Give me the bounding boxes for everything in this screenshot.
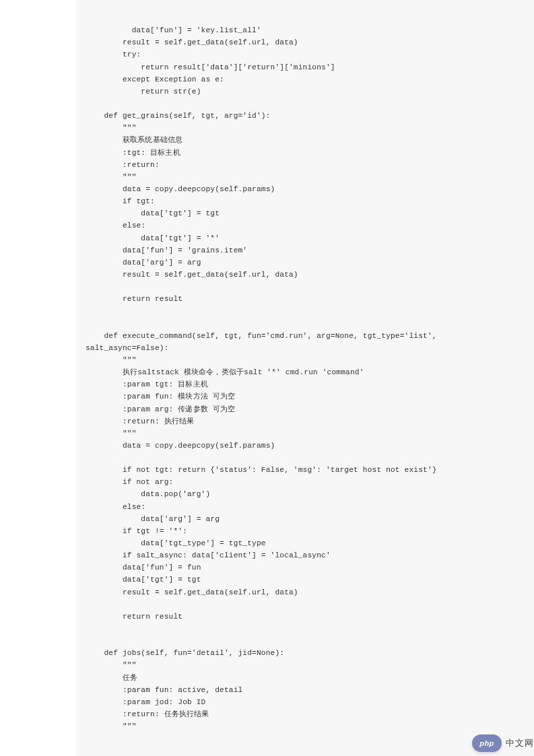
code-block: data['fun'] = 'key.list_all' result = se… xyxy=(76,0,534,756)
watermark: php 中文网 xyxy=(472,734,534,752)
watermark-text: 中文网 xyxy=(506,737,534,749)
php-logo-text: php xyxy=(479,739,494,747)
code-content: data['fun'] = 'key.list_all' result = se… xyxy=(86,26,442,730)
php-logo-badge: php xyxy=(472,734,502,752)
